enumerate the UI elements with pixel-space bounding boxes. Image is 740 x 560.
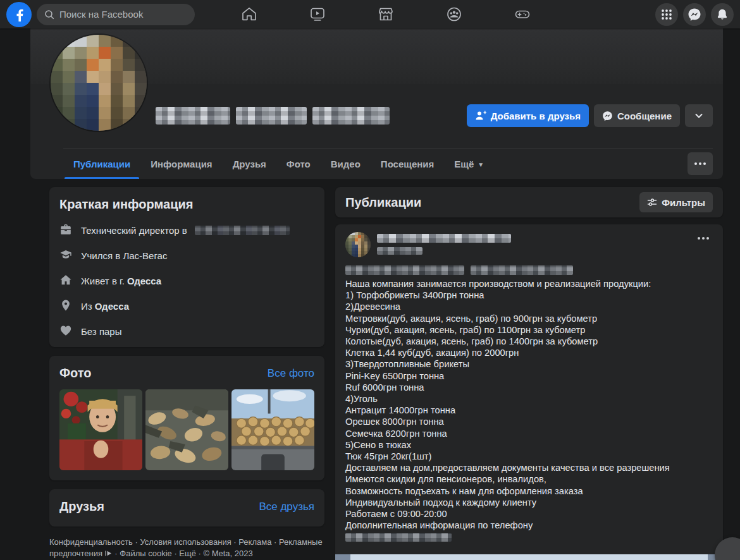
messenger-button-icon <box>602 111 613 121</box>
message-button[interactable]: Сообщение <box>594 104 680 127</box>
tabs-overflow-button[interactable] <box>688 152 713 175</box>
post-text-line: Дополнительная информация по телефону <box>345 520 713 531</box>
post-attached-image[interactable] <box>335 554 723 560</box>
chevron-down-icon <box>694 111 703 120</box>
redacted-name-word <box>236 107 307 125</box>
tab-photos[interactable]: Фото <box>276 149 321 179</box>
tab-videos[interactable]: Видео <box>321 149 371 179</box>
intro-item: Учился в Лас-Вегас <box>59 248 314 262</box>
notifications-icon[interactable] <box>711 3 734 26</box>
add-friend-label: Добавить в друзья <box>491 111 581 121</box>
post-first-line-redacted <box>345 265 713 275</box>
see-all-friends-link[interactable]: Все друзья <box>259 501 314 513</box>
profile-tabs: ПубликацииИнформацияДрузьяФотоВидеоПосещ… <box>63 149 713 179</box>
redacted-name-word <box>312 107 390 125</box>
post-text-line: Наша компания занимается производством и… <box>345 278 713 289</box>
marketplace-icon[interactable] <box>378 6 395 23</box>
adchoices-icon <box>105 549 113 556</box>
facebook-logo[interactable] <box>6 2 32 27</box>
filters-button[interactable]: Фильтры <box>639 192 713 212</box>
profile-avatar[interactable] <box>51 35 147 131</box>
photo-truck-with-logs[interactable] <box>231 389 314 470</box>
tab-posts[interactable]: Публикации <box>63 149 140 179</box>
post-author-meta <box>377 232 511 255</box>
intro-item: Из Одесса <box>59 299 314 313</box>
left-column: Краткая информация Технический директор … <box>49 187 324 560</box>
top-right-actions <box>655 3 734 26</box>
post-text-line: Доставляем на дом,предоставляем документ… <box>345 462 713 473</box>
right-column: Публикации Фильтры <box>335 187 723 560</box>
intro-card: Краткая информация Технический директор … <box>49 187 324 347</box>
add-friend-button[interactable]: Добавить в друзья <box>467 104 589 127</box>
photo-boy-red-sweater[interactable] <box>59 389 142 470</box>
post-text: Наша компания занимается производством и… <box>345 278 713 531</box>
gaming-icon[interactable] <box>514 6 531 23</box>
post-text-line: Работаем с 09:00-20:00 <box>345 508 713 520</box>
intro-item: Без пары <box>59 324 314 338</box>
search-placeholder: Поиск на Facebook <box>59 9 143 20</box>
message-label: Сообщение <box>617 111 672 121</box>
profile-action-buttons: Добавить в друзья Сообщение <box>467 104 713 127</box>
intro-item-text: Учился в Лас-Вегас <box>81 250 167 261</box>
post-text-line: 3)Твердотопливные брикеты <box>345 358 713 370</box>
filters-label: Фильтры <box>662 197 705 208</box>
intro-item: Живет в г. Одесса <box>59 274 314 288</box>
post-menu-icon[interactable] <box>694 232 713 245</box>
post-text-line: Возможность подъехать к нам для оформлен… <box>345 485 713 497</box>
home-icon <box>59 274 73 288</box>
tab-friends[interactable]: Друзья <box>223 149 276 179</box>
messenger-icon[interactable] <box>683 3 706 26</box>
location-pin-icon <box>59 299 73 313</box>
post-timestamp-redacted[interactable] <box>377 247 422 255</box>
post-text-line: Клетка 1,44 куб(дуб, акация) по 2000грн <box>345 347 713 358</box>
intro-item-text: Технический директор в <box>81 225 187 236</box>
search-input[interactable]: Поиск на Facebook <box>37 4 195 25</box>
post-text-line: Колотые(дуб, акация, ясень, граб) по 140… <box>345 336 713 347</box>
post-card: Наша компания занимается производством и… <box>335 224 723 560</box>
briefcase-icon <box>59 223 73 237</box>
apps-menu-icon[interactable] <box>655 3 678 26</box>
intro-list: Технический директор в Учился в Лас-Вега… <box>59 223 314 338</box>
home-icon[interactable] <box>241 6 258 23</box>
intro-item: Технический директор в <box>59 223 314 237</box>
post-text-line: Семечка 6200грн тонна <box>345 428 713 439</box>
friends-title: Друзья <box>59 499 104 514</box>
post-text-line: Имеются скидки для пенсионеров, инвалидо… <box>345 473 713 485</box>
profile-name-redacted <box>156 107 390 125</box>
footer-links-2[interactable]: · Файлы cookie · Ещё <box>114 549 196 558</box>
page-content: Краткая информация Технический директор … <box>49 187 723 560</box>
friends-card: Друзья Все друзья <box>49 489 324 527</box>
posts-title: Публикации <box>345 195 421 210</box>
post-author-avatar[interactable] <box>345 232 371 257</box>
post-text-line: Антрацит 14000грн тонна <box>345 405 713 416</box>
caret-down-icon: ▼ <box>478 161 484 168</box>
post-text-line: Pini-Key 6500грн тонна <box>345 370 713 382</box>
tab-more[interactable]: Ещё▼ <box>444 149 494 179</box>
redacted-text <box>195 226 290 235</box>
more-actions-button[interactable] <box>685 104 713 127</box>
footer-copyright: · © Meta, 2023 <box>199 549 253 558</box>
intro-item-text: Живет в г. Одесса <box>81 276 161 286</box>
intro-title: Краткая информация <box>59 197 314 212</box>
posts-header-card: Публикации Фильтры <box>335 187 723 217</box>
post-text-line: 4)Уголь <box>345 393 713 405</box>
tab-checkins[interactable]: Посещения <box>371 149 444 179</box>
post-text-line: 5)Сено в тюках <box>345 439 713 451</box>
post-text-line: Чурки(дуб, акация, ясень, граб) по 1100г… <box>345 324 713 336</box>
post-text-line: 2)Древесина <box>345 301 713 312</box>
photo-firewood-pile[interactable] <box>145 389 228 470</box>
add-friend-icon <box>475 110 486 121</box>
graduation-cap-icon <box>59 248 73 262</box>
see-all-photos-link[interactable]: Все фото <box>268 367 314 380</box>
profile-header: Добавить в друзья Сообщение ПубликацииИн… <box>30 28 723 179</box>
intro-item-text: Без пары <box>81 326 122 337</box>
filters-icon <box>647 197 657 207</box>
post-author-name-redacted[interactable] <box>377 234 511 243</box>
watch-icon[interactable] <box>309 6 326 23</box>
post-text-line: Тюк 45грн 20кг(1шт) <box>345 451 713 462</box>
redacted-name-word <box>156 107 230 125</box>
post-text-line: Ruf 6000грн тонна <box>345 382 713 393</box>
tab-about[interactable]: Информация <box>140 149 222 179</box>
groups-icon[interactable] <box>446 6 463 23</box>
photos-title: Фото <box>59 366 92 380</box>
